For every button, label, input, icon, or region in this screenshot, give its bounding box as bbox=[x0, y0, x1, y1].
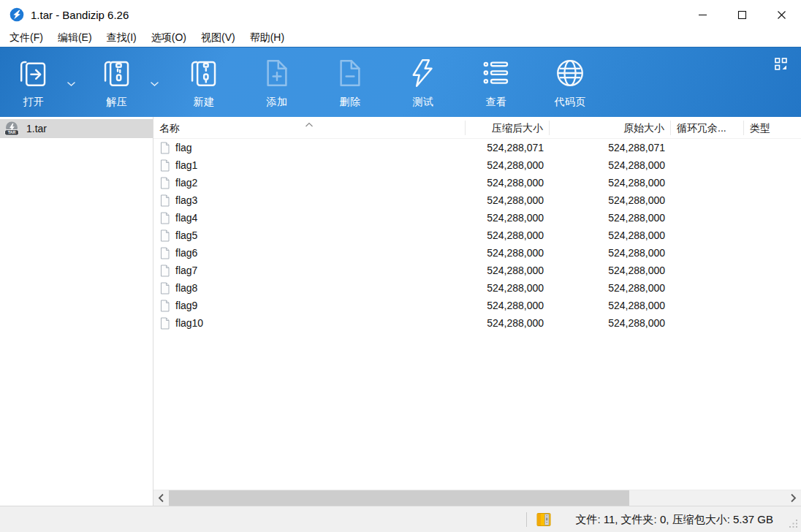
menu-edit[interactable]: 编辑(E) bbox=[50, 30, 99, 46]
menu-options[interactable]: 选项(O) bbox=[144, 30, 194, 46]
file-name-cell[interactable]: flag6 bbox=[153, 247, 466, 259]
codepage-button[interactable]: 代码页 bbox=[542, 54, 598, 114]
resize-grip[interactable] bbox=[789, 519, 798, 528]
scrollbar-thumb[interactable] bbox=[169, 490, 629, 506]
maximize-button[interactable] bbox=[722, 0, 762, 29]
table-row[interactable]: flag9524,288,000524,288,000 bbox=[153, 297, 801, 314]
svg-text:TAR: TAR bbox=[8, 130, 16, 134]
document-icon bbox=[159, 282, 170, 294]
menu-file[interactable]: 文件(F) bbox=[2, 30, 50, 46]
compressed-size-cell: 524,288,000 bbox=[466, 212, 550, 224]
compressed-size-cell: 524,288,000 bbox=[466, 265, 550, 276]
file-name: flag5 bbox=[175, 229, 197, 241]
archive-summary-text: 文件: 11, 文件夹: 0, 压缩包大小: 5.37 GB bbox=[575, 513, 773, 527]
new-archive-icon bbox=[181, 54, 227, 92]
minimize-button[interactable] bbox=[683, 0, 722, 29]
file-name-cell[interactable]: flag4 bbox=[153, 212, 466, 224]
file-name-cell[interactable]: flag9 bbox=[153, 300, 466, 312]
original-size-cell: 524,288,000 bbox=[550, 229, 671, 241]
file-name-cell[interactable]: flag3 bbox=[153, 194, 466, 207]
column-header-original-size[interactable]: 原始大小 bbox=[550, 121, 671, 135]
close-icon bbox=[775, 8, 789, 22]
file-name-cell[interactable]: flag5 bbox=[153, 229, 466, 242]
sidebar-item-archive-root[interactable]: TAR 1.tar bbox=[0, 119, 153, 138]
column-header-type[interactable]: 类型 bbox=[744, 121, 801, 135]
main-area: TAR 1.tar 名称 压缩后大小 原始大小 循环冗余... 类型 flag5… bbox=[0, 117, 801, 506]
minimize-icon bbox=[696, 8, 710, 22]
column-header-compressed-size[interactable]: 压缩后大小 bbox=[466, 121, 550, 135]
file-name-cell[interactable]: flag2 bbox=[153, 177, 466, 189]
menu-view[interactable]: 视图(V) bbox=[194, 30, 243, 46]
add-files-button: 添加 bbox=[254, 54, 300, 114]
menu-find[interactable]: 查找(I) bbox=[99, 30, 144, 46]
compressed-size-cell: 524,288,000 bbox=[466, 300, 550, 311]
file-name-cell[interactable]: flag7 bbox=[153, 265, 466, 277]
customize-toolbar-button[interactable] bbox=[774, 57, 790, 73]
file-name: flag bbox=[175, 142, 192, 153]
compressed-size-cell: 524,288,000 bbox=[466, 229, 550, 241]
test-button[interactable]: 测试 bbox=[400, 54, 447, 114]
scroll-left-button[interactable] bbox=[153, 490, 169, 506]
view-button[interactable]: 查看 bbox=[473, 54, 520, 114]
file-list-rows: flag524,288,071524,288,071flag1524,288,0… bbox=[153, 139, 801, 332]
test-archive-icon bbox=[400, 54, 447, 92]
scroll-right-button[interactable] bbox=[786, 490, 801, 506]
new-archive-button-label: 新建 bbox=[181, 96, 227, 109]
table-row[interactable]: flag7524,288,000524,288,000 bbox=[153, 262, 801, 279]
original-size-cell: 524,288,000 bbox=[550, 159, 671, 171]
menu-help[interactable]: 帮助(H) bbox=[243, 30, 292, 46]
original-size-cell: 524,288,000 bbox=[550, 265, 671, 276]
sidebar-item-label: 1.tar bbox=[26, 123, 47, 134]
file-name: flag3 bbox=[175, 194, 197, 206]
table-row[interactable]: flag6524,288,000524,288,000 bbox=[153, 244, 801, 262]
file-name: flag2 bbox=[175, 177, 197, 189]
file-name-cell[interactable]: flag bbox=[153, 142, 466, 154]
file-name-cell[interactable]: flag10 bbox=[153, 317, 466, 330]
add-files-button-label: 添加 bbox=[254, 96, 300, 109]
file-name: flag9 bbox=[175, 300, 197, 311]
original-size-cell: 524,288,000 bbox=[550, 177, 671, 189]
customize-toolbar-icon bbox=[774, 57, 789, 72]
document-icon bbox=[159, 247, 170, 259]
compressed-size-cell: 524,288,000 bbox=[466, 247, 550, 259]
table-row[interactable]: flag3524,288,000524,288,000 bbox=[153, 191, 801, 209]
scrollbar-track[interactable] bbox=[629, 490, 786, 506]
window-controls bbox=[683, 0, 801, 29]
file-name: flag8 bbox=[175, 282, 197, 294]
document-icon bbox=[159, 142, 170, 154]
file-name: flag6 bbox=[175, 247, 197, 259]
file-name: flag7 bbox=[175, 265, 197, 276]
extract-dropdown-button[interactable] bbox=[145, 77, 164, 91]
new-archive-button[interactable]: 新建 bbox=[181, 54, 227, 114]
file-name-cell[interactable]: flag8 bbox=[153, 282, 466, 294]
column-header-crc[interactable]: 循环冗余... bbox=[671, 121, 744, 135]
open-archive-icon bbox=[10, 54, 57, 92]
table-row[interactable]: flag5524,288,000524,288,000 bbox=[153, 227, 801, 244]
table-row[interactable]: flag1524,288,000524,288,000 bbox=[153, 156, 801, 174]
column-header-name[interactable]: 名称 bbox=[153, 121, 466, 135]
table-row[interactable]: flag8524,288,000524,288,000 bbox=[153, 279, 801, 297]
table-row[interactable]: flag524,288,071524,288,071 bbox=[153, 139, 801, 156]
original-size-cell: 524,288,000 bbox=[550, 212, 671, 224]
extract-button[interactable]: 解压 bbox=[94, 54, 140, 114]
document-icon bbox=[159, 177, 170, 189]
list-header: 名称 压缩后大小 原始大小 循环冗余... 类型 bbox=[153, 117, 801, 139]
original-size-cell: 524,288,000 bbox=[550, 317, 671, 329]
open-button[interactable]: 打开 bbox=[10, 54, 57, 114]
table-row[interactable]: flag4524,288,000524,288,000 bbox=[153, 209, 801, 227]
chevron-down-icon bbox=[150, 81, 159, 87]
table-row[interactable]: flag2524,288,000524,288,000 bbox=[153, 174, 801, 191]
horizontal-scrollbar[interactable] bbox=[153, 490, 801, 506]
file-name-cell[interactable]: flag1 bbox=[153, 159, 466, 172]
extract-button-label: 解压 bbox=[94, 96, 140, 109]
codepage-globe-icon bbox=[542, 54, 598, 92]
table-row[interactable]: flag10524,288,000524,288,000 bbox=[153, 314, 801, 332]
close-button[interactable] bbox=[762, 0, 801, 29]
sort-ascending-icon bbox=[305, 117, 314, 131]
open-dropdown-button[interactable] bbox=[61, 77, 80, 91]
menu-bar: 文件(F) 编辑(E) 查找(I) 选项(O) 视图(V) 帮助(H) bbox=[0, 29, 801, 47]
original-size-cell: 524,288,000 bbox=[550, 300, 671, 311]
chevron-left-icon bbox=[158, 493, 164, 503]
archive-folder-icon bbox=[536, 512, 553, 528]
open-button-label: 打开 bbox=[10, 96, 57, 109]
